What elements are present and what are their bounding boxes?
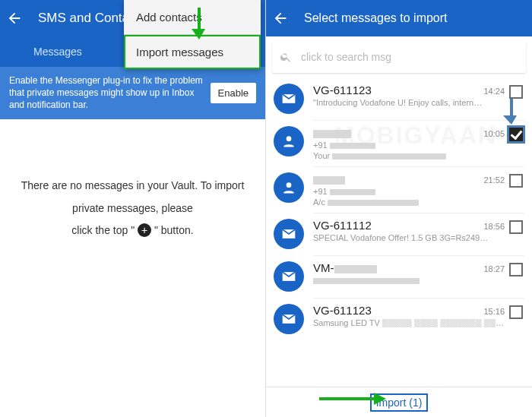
mail-icon	[274, 261, 304, 292]
message-row[interactable]: VM- 18:27	[266, 255, 532, 298]
preview	[313, 276, 505, 285]
checkbox[interactable]	[509, 263, 523, 276]
time: 14:24	[483, 87, 505, 96]
footer-bar: Import (1)	[266, 387, 532, 417]
time: 15:16	[483, 307, 505, 316]
checkbox[interactable]	[509, 220, 523, 234]
preview: +91	[313, 187, 505, 196]
sender: VM-	[313, 261, 479, 274]
time: 10:05	[483, 129, 505, 138]
mail-icon	[274, 219, 304, 249]
sender	[313, 172, 479, 185]
message-row[interactable]: 21:52 +91 A/c	[266, 166, 532, 213]
time: 21:52	[483, 175, 505, 185]
import-button[interactable]: Import (1)	[370, 393, 429, 412]
preview: A/c	[313, 197, 505, 207]
preview: "Introducing Vodafone U! Enjoy calls, in…	[313, 98, 505, 107]
empty-line-2: private messages, please	[72, 197, 193, 220]
sender	[313, 126, 479, 139]
menu-import-messages[interactable]: Import messages	[124, 34, 261, 69]
back-icon[interactable]	[272, 10, 289, 27]
time: 18:56	[483, 222, 505, 231]
empty-line-1: There are no messages in your Vault. To …	[21, 175, 245, 197]
right-app-bar: Select messages to import	[266, 0, 532, 36]
preview: +91	[313, 141, 505, 150]
search-placeholder: click to search msg	[301, 51, 391, 63]
mail-icon	[274, 304, 304, 334]
overflow-menu: Add contacts Import messages	[124, 0, 261, 69]
search-input[interactable]: click to search msg	[272, 41, 526, 73]
message-row[interactable]: 10:05 +91 Your	[266, 120, 532, 166]
time: 18:27	[483, 264, 505, 273]
message-list: VG-611123 14:24 "Introducing Vodafone U!…	[266, 77, 532, 340]
sender: VG-611123	[313, 304, 479, 317]
search-icon	[280, 51, 292, 63]
checkbox[interactable]	[509, 174, 523, 188]
svg-point-0	[287, 136, 292, 141]
message-row[interactable]: VG-611123 15:16 Samsung LED TV ▒▒▒▒▒ ▒▒▒…	[266, 298, 532, 340]
person-icon	[274, 126, 304, 156]
message-row[interactable]: VG-611123 14:24 "Introducing Vodafone U!…	[266, 77, 532, 120]
right-title: Select messages to import	[304, 11, 448, 25]
checkbox[interactable]	[509, 85, 523, 99]
svg-point-1	[287, 182, 292, 188]
person-icon	[274, 172, 304, 203]
checkbox[interactable]	[509, 128, 523, 141]
sender: VG-611112	[313, 219, 479, 232]
checkbox[interactable]	[509, 305, 523, 319]
empty-line-3: click the top " + " button.	[71, 220, 193, 242]
preview: SPECIAL Vodafone Offer! 1.5 GB 3G=Rs249…	[313, 233, 505, 242]
preview: Your	[313, 151, 505, 160]
menu-add-contacts[interactable]: Add contacts	[124, 0, 261, 34]
mail-icon	[274, 84, 304, 114]
sender: VG-611123	[313, 84, 479, 96]
message-row[interactable]: VG-611112 18:56 SPECIAL Vodafone Offer! …	[266, 213, 532, 255]
preview: Samsung LED TV ▒▒▒▒▒ ▒▒▒▒ ▒▒▒▒▒▒▒ ▒▒▒ *5…	[313, 318, 505, 327]
plus-icon: +	[138, 223, 151, 237]
